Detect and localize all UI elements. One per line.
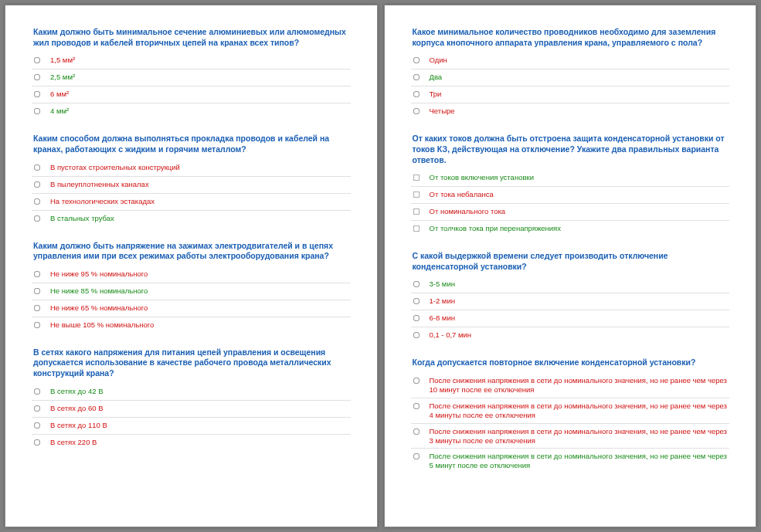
answer-row: В сетях до 60 В: [32, 401, 351, 418]
answer-text: Не выше 105 % номинального: [50, 320, 154, 330]
question-text: Когда допускается повторное включение ко…: [411, 357, 730, 373]
answer-text: От толчков тока при перенапряжениях: [430, 224, 561, 233]
answer-text: В сетях до 42 В: [50, 387, 104, 396]
answer-text: 1,5 мм²: [50, 56, 75, 65]
answer-checkbox[interactable]: [413, 175, 420, 181]
answer-radio[interactable]: [413, 403, 420, 410]
answer-radio[interactable]: [34, 215, 41, 222]
answer-radio-wrap: [413, 376, 430, 385]
answer-radio-wrap: [413, 452, 430, 460]
answer-radio[interactable]: [34, 322, 41, 329]
answer-checkbox[interactable]: [413, 191, 420, 198]
answer-radio[interactable]: [34, 108, 41, 115]
answer-radio[interactable]: [34, 271, 41, 278]
answer-text: В сетях до 60 В: [50, 404, 104, 413]
answer-row: В стальных трубах: [32, 211, 351, 227]
answer-radio[interactable]: [34, 405, 41, 412]
answer-radio-wrap: [33, 107, 50, 115]
answer-checkbox-wrap: [413, 173, 430, 181]
answer-radio[interactable]: [34, 74, 41, 81]
answer-radio-wrap: [413, 313, 430, 322]
answer-row: В пустотах строительных конструкций: [32, 160, 351, 177]
answer-text: 2,5 мм²: [50, 73, 75, 82]
answer-radio-wrap: [33, 180, 50, 188]
answer-radio[interactable]: [413, 57, 420, 64]
answer-row: Не выше 105 % номинального: [32, 317, 351, 334]
answer-radio[interactable]: [34, 439, 41, 446]
answer-row: Не ниже 65 % номинального: [32, 300, 351, 317]
answer-checkbox-wrap: [413, 224, 430, 232]
answer-row: В сетях до 110 В: [32, 418, 351, 435]
answer-radio[interactable]: [34, 288, 41, 295]
answer-radio[interactable]: [34, 198, 41, 205]
answer-row: Не ниже 85 % номинального: [32, 283, 351, 300]
answer-text: 3-5 мин: [430, 280, 455, 289]
answer-radio[interactable]: [34, 388, 41, 395]
answer-radio-wrap: [413, 90, 430, 98]
answer-text: От номинального тока: [430, 207, 506, 216]
answer-radio[interactable]: [413, 91, 420, 98]
answer-row: В пылеуплотненных каналах: [32, 177, 351, 194]
answer-row: Три: [411, 86, 730, 103]
answer-row: После снижения напряжения в сети до номи…: [411, 449, 730, 473]
question-block: Каким должно быть минимальное сечение ал…: [32, 27, 351, 120]
answer-text: Не ниже 95 % номинального: [50, 269, 148, 279]
answer-radio-wrap: [413, 296, 430, 305]
answer-row: 3-5 мин: [411, 276, 730, 293]
answer-radio-wrap: [33, 269, 50, 278]
answer-radio-wrap: [33, 163, 50, 171]
question-text: Какое минимальное количество проводников…: [411, 27, 730, 53]
answer-row: После снижения напряжения в сети до номи…: [411, 398, 730, 424]
page-right: Какое минимальное количество проводников…: [384, 5, 757, 527]
answer-radio[interactable]: [413, 378, 420, 385]
answer-radio-wrap: [413, 73, 430, 81]
answer-radio[interactable]: [413, 315, 420, 322]
answer-radio[interactable]: [413, 108, 420, 115]
answer-radio[interactable]: [34, 164, 41, 171]
answer-radio-wrap: [413, 427, 430, 435]
answer-radio[interactable]: [413, 332, 420, 339]
answer-row: Не ниже 95 % номинального: [32, 266, 351, 283]
answer-row: От тока небаланса: [411, 187, 730, 204]
answer-text: В сетях до 110 В: [50, 421, 107, 430]
answer-text: 0,1 - 0,7 мин: [430, 330, 472, 340]
answer-radio-wrap: [33, 320, 50, 329]
question-block: Когда допускается повторное включение ко…: [411, 357, 730, 473]
answer-radio[interactable]: [413, 74, 420, 81]
question-text: В сетях какого напряжения для питания це…: [32, 347, 351, 384]
answer-text: От тока небаланса: [430, 190, 494, 199]
answer-row: От номинального тока: [411, 204, 730, 221]
answer-radio[interactable]: [34, 57, 41, 64]
answer-text: Не ниже 65 % номинального: [50, 303, 148, 313]
answer-radio[interactable]: [413, 428, 420, 435]
answer-row: От токов включения установки: [411, 170, 730, 187]
answer-radio-wrap: [413, 107, 430, 115]
answer-text: В сетях 220 В: [50, 438, 97, 447]
answer-radio[interactable]: [34, 305, 41, 312]
answer-row: В сетях до 42 В: [32, 384, 351, 401]
answer-text: 6-8 мин: [430, 313, 455, 323]
answer-radio-wrap: [33, 197, 50, 205]
answer-radio[interactable]: [413, 281, 420, 288]
answer-radio[interactable]: [34, 181, 41, 188]
answer-radio-wrap: [33, 214, 50, 222]
answer-text: В стальных трубах: [50, 214, 114, 223]
answer-checkbox[interactable]: [413, 225, 420, 232]
answer-checkbox-wrap: [413, 207, 430, 215]
answer-radio-wrap: [33, 404, 50, 412]
question-block: От каких токов должна быть отстроена защ…: [411, 134, 730, 237]
answer-row: 1-2 мин: [411, 293, 730, 310]
answer-row: После снижения напряжения в сети до номи…: [411, 373, 730, 398]
answer-text: В пылеуплотненных каналах: [50, 180, 149, 189]
answer-radio-wrap: [33, 421, 50, 429]
answer-text: Один: [430, 56, 447, 65]
answer-radio[interactable]: [413, 298, 420, 305]
answer-radio[interactable]: [34, 91, 41, 98]
answer-checkbox[interactable]: [413, 208, 420, 215]
answer-text: На технологических эстакадах: [50, 197, 155, 206]
answer-radio[interactable]: [34, 422, 41, 429]
answer-text: 6 мм²: [50, 90, 69, 99]
answer-radio[interactable]: [413, 453, 420, 460]
answer-text: После снижения напряжения в сети до номи…: [430, 427, 729, 446]
answer-radio-wrap: [413, 402, 430, 410]
